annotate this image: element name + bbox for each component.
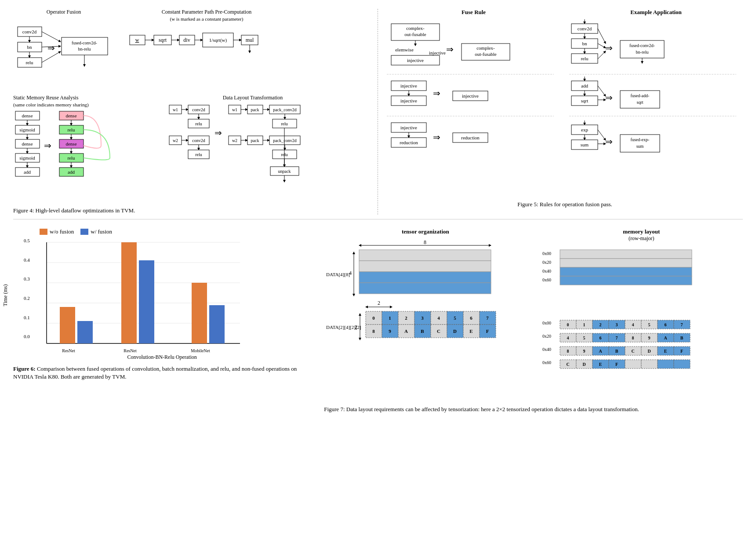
svg-text:5: 5 <box>648 322 650 327</box>
svg-text:C: C <box>566 362 569 367</box>
svg-text:complex-: complex- <box>406 26 425 31</box>
svg-text:D: D <box>582 362 585 367</box>
svg-text:injective: injective <box>407 58 424 63</box>
ytick-05: 0.5 <box>24 238 30 243</box>
svg-text:E: E <box>664 349 667 354</box>
svg-line-176 <box>598 130 606 140</box>
svg-rect-189 <box>359 272 491 283</box>
svg-line-12 <box>42 32 61 42</box>
svg-text:0x60: 0x60 <box>542 277 551 282</box>
svg-rect-293 <box>625 360 641 369</box>
svg-text:exp: exp <box>581 127 588 132</box>
svg-text:0x20: 0x20 <box>542 260 551 265</box>
fuse-rule-section: Fuse Rule complex- out-fusable <box>387 9 560 197</box>
svg-text:D: D <box>647 349 651 354</box>
static-memory-diagram: Static Memory Reuse Analysis (same color… <box>13 95 158 201</box>
bar-resnet2-no-fusion <box>121 242 137 343</box>
svg-text:4: 4 <box>632 322 634 327</box>
svg-text:relu: relu <box>195 121 202 126</box>
svg-text:E: E <box>599 362 602 367</box>
svg-line-143 <box>598 51 606 59</box>
svg-text:unpack: unpack <box>278 169 291 174</box>
data1-label: DATA[4][8] <box>326 272 350 277</box>
bar-mobilenet-no-fusion <box>192 283 207 343</box>
svg-text:w: w <box>135 37 139 43</box>
figure6-caption: Figure 6: Comparison between fused opera… <box>13 365 311 381</box>
legend-fusion-label: w/ fusion <box>91 228 112 235</box>
svg-text:C: C <box>437 328 440 334</box>
figure7-caption: Figure 7: Data layout requirements can b… <box>324 405 743 413</box>
svg-line-144 <box>598 44 606 48</box>
svg-text:6: 6 <box>664 322 666 327</box>
svg-text:conv2d: conv2d <box>192 138 205 143</box>
xlabel-mobilenet: MobileNet <box>191 348 210 352</box>
svg-text:pack_conv2d: pack_conv2d <box>273 107 296 112</box>
svg-text:elemwise: elemwise <box>395 47 414 52</box>
fuse-rule-svg: complex- out-fusable elemwise injective … <box>387 19 554 195</box>
svg-text:sum: sum <box>636 144 644 149</box>
constant-param-diagram: Constant Parameter Path Pre-Computation … <box>127 9 286 90</box>
svg-rect-187 <box>359 250 491 261</box>
svg-rect-190 <box>359 283 491 294</box>
svg-text:7: 7 <box>615 336 618 340</box>
svg-text:2: 2 <box>599 322 601 327</box>
operator-fusion-diagram: Operator Fusion conv2d bn relu <box>13 9 114 90</box>
svg-text:B: B <box>680 336 683 340</box>
svg-text:0x40: 0x40 <box>542 269 551 274</box>
svg-text:reduction: reduction <box>461 135 480 140</box>
svg-text:relu: relu <box>67 127 75 132</box>
svg-text:0x20: 0x20 <box>542 334 551 339</box>
memory-layout-sub: (row-major) <box>540 235 743 242</box>
static-memory-subtitle: (same color indicates memory sharing) <box>13 102 158 107</box>
y-axis-label: Time (ms) <box>3 284 9 306</box>
svg-text:sqrt: sqrt <box>581 98 589 103</box>
constant-param-svg: w sqrt div 1/sqrt(w) <box>127 24 286 59</box>
svg-text:6: 6 <box>599 336 601 340</box>
figure5-caption: Figure 5: Rules for operation fusion pas… <box>387 201 743 208</box>
dim8: 8 <box>424 239 426 245</box>
dim2b: 2 <box>355 324 357 330</box>
example-app-title: Example Application <box>569 9 743 16</box>
svg-rect-232 <box>560 276 692 285</box>
svg-text:dense: dense <box>65 141 76 146</box>
svg-text:8: 8 <box>632 336 634 340</box>
bar-chart-svg: ResNet conv1x1/f512/s2 256x14x14 ResNet … <box>33 238 244 352</box>
svg-text:0x40: 0x40 <box>542 347 551 352</box>
svg-text:injective: injective <box>429 50 446 55</box>
figure6-area: w/o fusion w/ fusion Time (ms) 0.5 0.4 0… <box>13 228 320 413</box>
svg-text:complex-: complex- <box>476 45 495 51</box>
figure4-caption: Figure 4: High-level dataflow optimizati… <box>13 207 369 215</box>
svg-rect-295 <box>658 360 674 369</box>
svg-text:F: F <box>486 328 489 334</box>
figure5-area: Fuse Rule complex- out-fusable <box>378 9 743 215</box>
svg-rect-228 <box>560 259 692 267</box>
svg-text:bn-relu: bn-relu <box>636 50 649 55</box>
svg-text:E: E <box>470 328 473 334</box>
svg-text:bn: bn <box>582 41 588 46</box>
svg-text:4: 4 <box>567 336 569 340</box>
svg-text:0: 0 <box>567 322 569 327</box>
svg-text:fused-conv2d-: fused-conv2d- <box>72 40 97 45</box>
memory-layout-label: memory layout <box>540 228 743 235</box>
svg-text:add: add <box>581 83 588 88</box>
svg-text:dense: dense <box>22 113 33 118</box>
xlabel-resnet2: ResNet <box>124 348 137 352</box>
svg-rect-294 <box>641 360 658 369</box>
svg-text:8: 8 <box>567 349 569 354</box>
svg-text:F: F <box>615 362 618 367</box>
svg-text:div: div <box>183 37 190 43</box>
figure7-area: tensor organization DATA[4][8] <box>320 228 743 413</box>
svg-text:B: B <box>421 328 425 334</box>
ytick-03: 0.3 <box>24 276 30 281</box>
svg-text:9: 9 <box>583 349 585 354</box>
bar-resnet1-no-fusion <box>60 307 75 343</box>
svg-text:7: 7 <box>680 322 683 327</box>
svg-text:sqrt: sqrt <box>637 100 643 105</box>
data-layout-diagram: Data Layout Transformation w1 <box>167 95 338 201</box>
svg-text:injective: injective <box>400 98 417 103</box>
svg-text:bn: bn <box>27 44 33 50</box>
tensor-org-label: tensor organization <box>324 228 527 235</box>
svg-text:fused-add-: fused-add- <box>631 93 650 98</box>
svg-text:relu: relu <box>281 121 288 126</box>
svg-text:conv2d: conv2d <box>578 26 592 31</box>
